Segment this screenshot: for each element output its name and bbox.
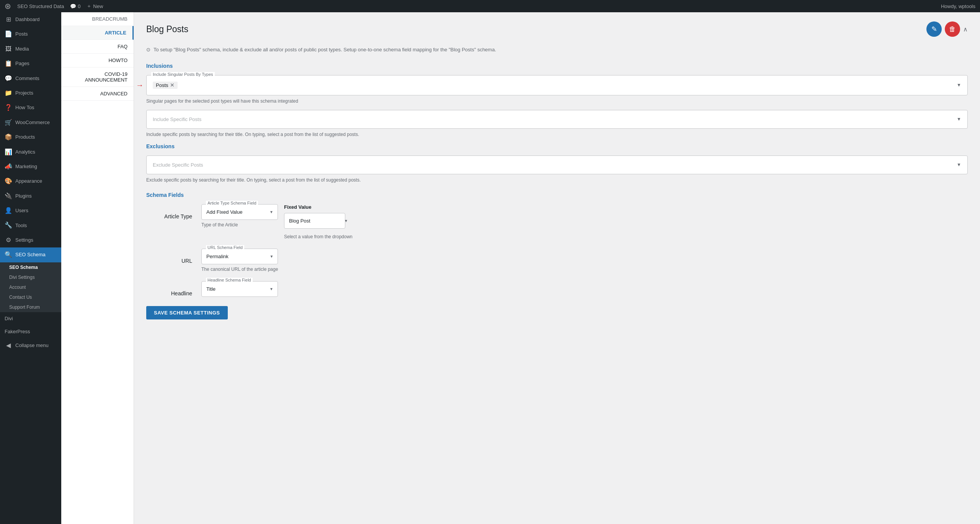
how-tos-icon: ❓: [5, 103, 12, 112]
new-item[interactable]: ＋ New: [87, 3, 103, 10]
sidebar-item-fakerpress[interactable]: FakerPress: [0, 325, 61, 338]
sidebar-item-projects[interactable]: 📁 Projects: [0, 86, 61, 100]
posts-icon: 📄: [5, 30, 12, 38]
tools-icon: 🔧: [5, 221, 12, 229]
headline-label: Headline: [146, 281, 192, 296]
exclude-specific-card[interactable]: Exclude Specific Posts ▼: [146, 156, 968, 174]
schema-fields-section: Schema Fields Article Type Article Type …: [146, 192, 968, 319]
include-specific-content: Include Specific Posts ▼: [153, 116, 961, 122]
info-icon: ⊙: [146, 46, 150, 54]
schema-nav: BREADCRUMB ARTICLE FAQ HOWTO COVID-19 AN…: [61, 12, 134, 524]
sidebar-item-pages[interactable]: 📋 Pages: [0, 56, 61, 71]
sidebar-item-posts[interactable]: 📄 Posts: [0, 27, 61, 41]
admin-bar: ⊛ SEO Structured Data 💬 0 ＋ New Howdy, w…: [0, 0, 980, 12]
sidebar-item-woocommerce[interactable]: 🛒 WooCommerce: [0, 115, 61, 130]
delete-icon: 🗑: [949, 25, 956, 33]
include-types-dropdown-arrow[interactable]: ▼: [957, 82, 961, 88]
marketing-icon: 📣: [5, 162, 12, 171]
delete-button[interactable]: 🗑: [945, 21, 960, 37]
schema-fields-heading: Schema Fields: [146, 192, 968, 198]
seo-schema-section: SEO Schema Divi Settings Account Contact…: [0, 262, 61, 312]
woocommerce-icon: 🛒: [5, 118, 12, 127]
exclusions-section: Exclusions Exclude Specific Posts ▼ Excl…: [146, 143, 968, 183]
url-hint: The canonical URL of the article page: [201, 267, 278, 272]
sidebar-item-tools[interactable]: 🔧 Tools: [0, 218, 61, 233]
inclusions-section: Inclusions Include Singular Posts By Typ…: [146, 63, 968, 137]
schema-nav-faq[interactable]: FAQ: [61, 40, 134, 54]
url-select[interactable]: Permalink: [201, 249, 278, 264]
sidebar-item-dashboard[interactable]: ⊞ Dashboard: [0, 12, 61, 27]
url-row: URL URL Schema Field Permalink The canon…: [146, 249, 968, 272]
include-by-types-content: Posts ✕ ▼: [153, 82, 961, 89]
url-inputs: URL Schema Field Permalink The canonical…: [201, 249, 968, 272]
include-specific-dropdown-arrow[interactable]: ▼: [957, 116, 961, 122]
sidebar-sub-seo-schema[interactable]: SEO Schema: [0, 262, 61, 272]
sidebar-item-comments[interactable]: 💬 Comments: [0, 71, 61, 86]
settings-icon: ⚙: [5, 236, 12, 244]
fixed-value-select[interactable]: Blog Post: [284, 213, 345, 229]
comments-count[interactable]: 💬 0: [70, 3, 80, 9]
exclude-specific-placeholder: Exclude Specific Posts: [153, 162, 203, 168]
exclusions-heading: Exclusions: [146, 143, 968, 149]
sidebar-item-seo-schema[interactable]: 🔍 SEO Schema: [0, 247, 61, 262]
sidebar-sub-support-forum[interactable]: Support Forum: [0, 302, 61, 312]
url-select-wrapper: Permalink: [201, 249, 278, 264]
sidebar-item-marketing[interactable]: 📣 Marketing: [0, 159, 61, 174]
posts-tag: Posts ✕: [153, 82, 178, 89]
sidebar-item-collapse-menu[interactable]: ◀ Collapse menu: [0, 338, 61, 353]
exclude-specific-dropdown-arrow[interactable]: ▼: [957, 162, 961, 167]
sidebar-item-how-tos[interactable]: ❓ How Tos: [0, 100, 61, 115]
sidebar-item-users[interactable]: 👤 Users: [0, 203, 61, 218]
wp-logo[interactable]: ⊛: [5, 2, 11, 11]
include-by-types-label: Include Singular Posts By Types: [151, 72, 215, 77]
dashboard-icon: ⊞: [5, 15, 12, 24]
projects-icon: 📁: [5, 89, 12, 97]
fixed-value-group: Fixed Value Blog Post Select a value fro…: [284, 204, 353, 239]
appearance-icon: 🎨: [5, 177, 12, 185]
arrow-indicator: →: [136, 81, 144, 90]
schema-nav-article[interactable]: ARTICLE: [61, 26, 134, 40]
sidebar-item-plugins[interactable]: 🔌 Plugins: [0, 189, 61, 203]
collapse-button[interactable]: ∧: [963, 21, 968, 37]
collapse-icon: ◀: [5, 341, 12, 350]
edit-button[interactable]: ✎: [926, 21, 942, 37]
schema-nav-advanced[interactable]: ADVANCED: [61, 87, 134, 101]
save-schema-settings-button[interactable]: SAVE SCHEMA SETTINGS: [146, 306, 228, 319]
headline-inputs: Headline Schema Field Title: [201, 281, 968, 297]
article-type-schema-group: Article Type Schema Field Add Fixed Valu…: [201, 204, 278, 239]
headline-row: Headline Headline Schema Field Title: [146, 281, 968, 297]
sidebar-item-products[interactable]: 📦 Products: [0, 130, 61, 144]
posts-tag-label: Posts: [156, 82, 168, 88]
headline-select[interactable]: Title: [201, 281, 278, 297]
main-panel: Blog Posts ✎ 🗑 ∧ ⊙ To setup "Blog Posts": [134, 12, 980, 524]
inclusions-heading: Inclusions: [146, 63, 968, 69]
plugins-icon: 🔌: [5, 192, 12, 200]
include-specific-hint: Include specific posts by searching for …: [146, 132, 968, 137]
fixed-value-hint: Select a value from the dropdown: [284, 234, 353, 239]
sidebar-item-divi[interactable]: Divi: [0, 312, 61, 325]
article-type-schema-label: Article Type Schema Field: [206, 201, 258, 205]
sidebar-sub-account[interactable]: Account: [0, 282, 61, 292]
article-type-select[interactable]: Add Fixed Value: [201, 204, 278, 220]
sidebar-sub-contact-us[interactable]: Contact Us: [0, 292, 61, 302]
sidebar-item-analytics[interactable]: 📊 Analytics: [0, 145, 61, 159]
schema-nav-covid[interactable]: COVID-19 ANNOUNCEMENT: [61, 67, 134, 87]
sidebar-sub-divi-settings[interactable]: Divi Settings: [0, 272, 61, 282]
media-icon: 🖼: [5, 45, 12, 53]
include-specific-card[interactable]: Include Specific Posts ▼: [146, 110, 968, 129]
url-label: URL: [146, 249, 192, 264]
site-name[interactable]: SEO Structured Data: [17, 3, 64, 9]
exclude-specific-hint: Exclude specific posts by searching for …: [146, 177, 968, 183]
schema-nav-breadcrumb[interactable]: BREADCRUMB: [61, 12, 134, 26]
pages-icon: 📋: [5, 59, 12, 68]
sidebar-item-settings[interactable]: ⚙ Settings: [0, 233, 61, 247]
remove-posts-tag[interactable]: ✕: [170, 82, 175, 88]
article-type-label: Article Type: [146, 204, 192, 219]
greeting: Howdy, wptools: [941, 3, 975, 9]
page-title: Blog Posts: [146, 24, 188, 34]
sidebar-item-media[interactable]: 🖼 Media: [0, 42, 61, 56]
include-by-types-hint: Singular pages for the selected post typ…: [146, 98, 968, 104]
users-icon: 👤: [5, 206, 12, 215]
schema-nav-howto[interactable]: HOWTO: [61, 54, 134, 67]
sidebar-item-appearance[interactable]: 🎨 Appearance: [0, 174, 61, 188]
